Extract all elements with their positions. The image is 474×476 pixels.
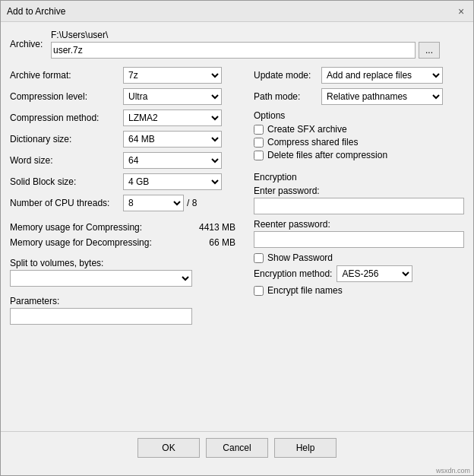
path-mode-select[interactable]: Relative pathnames Full pathnames Absolu… bbox=[321, 88, 443, 105]
archive-format-row: Archive format: 7zziptar bbox=[10, 66, 242, 84]
archive-format-select[interactable]: 7zziptar bbox=[123, 67, 222, 84]
memory-decompress-value: 66 MB bbox=[209, 237, 235, 248]
encrypt-filenames-row: Encrypt file names bbox=[254, 285, 464, 296]
dialog-footer: OK Cancel Help bbox=[1, 431, 473, 467]
right-column: Update mode: Add and replace files Updat… bbox=[254, 66, 464, 424]
encryption-method-select[interactable]: AES-256 ZipCrypto bbox=[337, 265, 412, 282]
solid-block-row: Solid Block size: 4 GB1 GBNon-solid bbox=[10, 173, 242, 191]
memory-compress-value: 4413 MB bbox=[199, 222, 235, 233]
solid-block-label: Solid Block size: bbox=[10, 176, 120, 187]
split-volumes-section: Split to volumes, bytes: bbox=[10, 258, 242, 287]
compress-shared-row: Compress shared files bbox=[254, 137, 464, 148]
dictionary-size-row: Dictionary size: 64 MB128 MB16 MB bbox=[10, 130, 242, 148]
update-mode-select[interactable]: Add and replace files Update and add fil… bbox=[321, 67, 443, 84]
create-sfx-checkbox[interactable] bbox=[254, 125, 264, 135]
compress-shared-checkbox[interactable] bbox=[254, 138, 264, 148]
archive-label: Archive: bbox=[10, 39, 46, 49]
encryption-group: Encryption Enter password: Reenter passw… bbox=[254, 172, 464, 298]
cpu-threads-label: Number of CPU threads: bbox=[10, 198, 120, 208]
dictionary-size-select[interactable]: 64 MB128 MB16 MB bbox=[123, 131, 222, 148]
cpu-threads-row: Number of CPU threads: 8421 / 8 bbox=[10, 194, 242, 212]
create-sfx-label: Create SFX archive bbox=[267, 124, 347, 135]
reenter-password-label: Reenter password: bbox=[254, 219, 464, 230]
parameters-section: Parameters: bbox=[10, 293, 242, 325]
reenter-password-input[interactable] bbox=[254, 231, 464, 248]
compression-method-row: Compression method: LZMA2LZMAPPMd bbox=[10, 109, 242, 127]
memory-compress-row: Memory usage for Compressing: 4413 MB bbox=[10, 220, 242, 235]
path-mode-row: Path mode: Relative pathnames Full pathn… bbox=[254, 87, 464, 106]
split-volumes-select[interactable] bbox=[10, 270, 192, 287]
dialog-window: Add to Archive × Archive: F:\Users\user\… bbox=[0, 0, 474, 476]
options-title: Options bbox=[254, 110, 464, 121]
compression-level-select[interactable]: UltraMaximumNormal bbox=[123, 88, 222, 105]
show-password-label: Show Password bbox=[267, 252, 333, 263]
enter-password-label: Enter password: bbox=[254, 186, 464, 196]
memory-decompress-label: Memory usage for Decompressing: bbox=[10, 237, 152, 248]
delete-after-compression-row: Delete files after compression bbox=[254, 150, 464, 160]
show-password-row: Show Password bbox=[254, 252, 464, 263]
split-volumes-label: Split to volumes, bytes: bbox=[10, 258, 242, 268]
cpu-total: / 8 bbox=[187, 198, 197, 208]
enter-password-input[interactable] bbox=[254, 198, 464, 214]
delete-after-compression-label: Delete files after compression bbox=[267, 150, 387, 160]
help-button[interactable]: Help bbox=[274, 438, 337, 458]
update-mode-row: Update mode: Add and replace files Updat… bbox=[254, 66, 464, 84]
encryption-method-row: Encryption method: AES-256 ZipCrypto bbox=[254, 265, 464, 282]
compression-method-select[interactable]: LZMA2LZMAPPMd bbox=[123, 109, 222, 126]
dictionary-size-label: Dictionary size: bbox=[10, 134, 120, 144]
close-button[interactable]: × bbox=[455, 5, 467, 17]
update-mode-label: Update mode: bbox=[254, 70, 318, 81]
create-sfx-row: Create SFX archive bbox=[254, 124, 464, 135]
browse-button[interactable]: ... bbox=[419, 42, 440, 59]
main-columns: Archive format: 7zziptar Compression lev… bbox=[10, 66, 464, 424]
show-password-checkbox[interactable] bbox=[254, 253, 264, 263]
options-group: Options Create SFX archive Compress shar… bbox=[254, 110, 464, 163]
compression-level-label: Compression level: bbox=[10, 91, 120, 102]
left-column: Archive format: 7zziptar Compression lev… bbox=[10, 66, 242, 424]
archive-row: Archive: F:\Users\user\ user.7z ... bbox=[10, 30, 464, 59]
memory-section: Memory usage for Compressing: 4413 MB Me… bbox=[10, 220, 242, 250]
parameters-label: Parameters: bbox=[10, 296, 242, 306]
encrypt-filenames-label: Encrypt file names bbox=[267, 285, 343, 296]
encrypt-filenames-checkbox[interactable] bbox=[254, 286, 264, 296]
compress-shared-label: Compress shared files bbox=[267, 137, 358, 148]
memory-compress-label: Memory usage for Compressing: bbox=[10, 222, 142, 233]
parameters-input[interactable] bbox=[10, 308, 192, 325]
compression-method-label: Compression method: bbox=[10, 113, 120, 123]
word-size-label: Word size: bbox=[10, 155, 120, 166]
path-mode-label: Path mode: bbox=[254, 91, 318, 102]
word-size-row: Word size: 6432128 bbox=[10, 151, 242, 170]
compression-level-row: Compression level: UltraMaximumNormal bbox=[10, 87, 242, 106]
archive-path: F:\Users\user\ bbox=[51, 30, 464, 40]
encryption-method-label: Encryption method: bbox=[254, 268, 332, 279]
archive-format-label: Archive format: bbox=[10, 70, 120, 81]
title-bar: Add to Archive × bbox=[1, 1, 473, 22]
cancel-button[interactable]: Cancel bbox=[206, 438, 268, 458]
word-size-select[interactable]: 6432128 bbox=[123, 152, 222, 169]
watermark: wsxdn.com bbox=[1, 467, 473, 475]
memory-decompress-row: Memory usage for Decompressing: 66 MB bbox=[10, 235, 242, 250]
dialog-content: Archive: F:\Users\user\ user.7z ... Arch… bbox=[1, 22, 473, 431]
encryption-title: Encryption bbox=[254, 172, 464, 182]
ok-button[interactable]: OK bbox=[137, 438, 200, 458]
dialog-title: Add to Archive bbox=[7, 6, 65, 17]
delete-after-compression-checkbox[interactable] bbox=[254, 151, 264, 160]
cpu-threads-select[interactable]: 8421 bbox=[123, 195, 184, 211]
solid-block-select[interactable]: 4 GB1 GBNon-solid bbox=[123, 173, 222, 190]
archive-filename-select[interactable]: user.7z bbox=[51, 42, 416, 59]
